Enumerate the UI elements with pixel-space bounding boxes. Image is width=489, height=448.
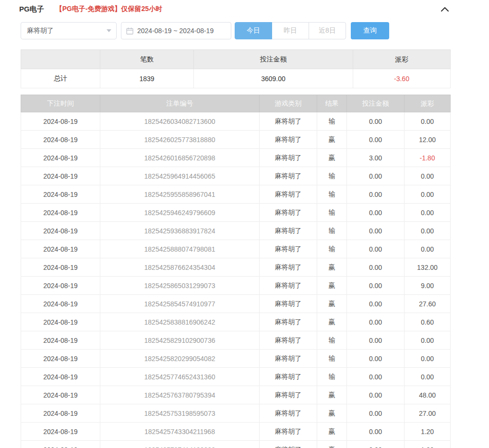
- cell-game-type: 麻将胡了: [260, 423, 317, 441]
- cell-bet-time: 2024-08-19: [21, 222, 100, 240]
- table-row: 2024-08-19 1825425964914456065 麻将胡了 输 0.…: [21, 167, 451, 185]
- cell-payout: 12.00: [405, 131, 451, 149]
- cell-bet-amount: 0.00: [347, 204, 405, 222]
- table-row: 2024-08-19 1825425936883917824 麻将胡了 输 0.…: [21, 222, 451, 240]
- summary-payout-value: -3.60: [353, 69, 451, 88]
- cell-bet-id: 1825425743304211968: [100, 423, 260, 441]
- cell-bet-time: 2024-08-19: [21, 368, 100, 386]
- quick-button-yesterday[interactable]: 昨日: [272, 22, 309, 39]
- table-row: 2024-08-19 1825425774652431360 麻将胡了 输 0.…: [21, 368, 451, 386]
- cell-bet-id: 1825425774652431360: [100, 368, 260, 386]
- cell-bet-amount: 0.00: [347, 423, 405, 441]
- cell-game-type: 麻将胡了: [260, 149, 317, 167]
- chevron-up-icon: [441, 6, 449, 12]
- cell-payout: 132.00: [405, 258, 451, 277]
- cell-bet-id: 1825425737414199298: [100, 441, 260, 448]
- cell-payout: 9.00: [405, 277, 451, 295]
- cell-game-type: 麻将胡了: [260, 240, 317, 258]
- cell-payout: 1.20: [405, 441, 451, 448]
- cell-bet-amount: 0.00: [347, 368, 405, 386]
- cell-result: 赢: [317, 313, 347, 331]
- cell-bet-amount: 0.00: [347, 441, 405, 448]
- panel-title: PG电子: [19, 5, 44, 14]
- date-range-value: 2024-08-19 ~ 2024-08-19: [137, 27, 214, 35]
- cell-bet-id: 1825426016856720898: [100, 149, 260, 167]
- cell-game-type: 麻将胡了: [260, 313, 317, 331]
- cell-bet-id: 1825425838816906242: [100, 313, 260, 331]
- cell-bet-amount: 0.00: [347, 185, 405, 204]
- summary-count-value: 1839: [100, 69, 194, 88]
- col-header-bet-amount: 投注金额: [347, 95, 405, 112]
- cell-bet-id: 1825425753198595073: [100, 404, 260, 423]
- search-button[interactable]: 查询: [351, 22, 389, 39]
- cell-game-type: 麻将胡了: [260, 350, 317, 368]
- cell-bet-amount: 0.00: [347, 350, 405, 368]
- cell-bet-time: 2024-08-19: [21, 295, 100, 313]
- col-header-bet-id: 注单编号: [100, 95, 260, 112]
- cell-payout: 0.60: [405, 313, 451, 331]
- cell-bet-id: 1825425936883917824: [100, 222, 260, 240]
- cell-bet-id: 1825425820299054082: [100, 350, 260, 368]
- cell-bet-time: 2024-08-19: [21, 423, 100, 441]
- cell-bet-amount: 0.00: [347, 131, 405, 149]
- cell-bet-time: 2024-08-19: [21, 386, 100, 404]
- records-tbody: 2024-08-19 1825426034082713600 麻将胡了 输 0.…: [21, 112, 451, 448]
- cell-game-type: 麻将胡了: [260, 277, 317, 295]
- cell-bet-id: 1825425876624354304: [100, 258, 260, 277]
- cell-result: 赢: [317, 404, 347, 423]
- cell-result: 赢: [317, 441, 347, 448]
- panel-header: PG电子 【PG电子-免费游戏】仅保留25小时: [21, 0, 450, 14]
- game-select-value: 麻将胡了: [27, 26, 107, 35]
- summary-total-label: 总计: [21, 69, 100, 88]
- col-header-payout: 派彩: [405, 95, 451, 112]
- cell-bet-time: 2024-08-19: [21, 441, 100, 448]
- cell-result: 赢: [317, 295, 347, 313]
- cell-game-type: 麻将胡了: [260, 204, 317, 222]
- collapse-chevron-up-icon[interactable]: [440, 5, 450, 13]
- cell-bet-time: 2024-08-19: [21, 149, 100, 167]
- cell-bet-time: 2024-08-19: [21, 350, 100, 368]
- cell-payout: 0.00: [405, 167, 451, 185]
- date-range-input[interactable]: 2024-08-19 ~ 2024-08-19: [121, 22, 231, 39]
- cell-bet-time: 2024-08-19: [21, 185, 100, 204]
- cell-game-type: 麻将胡了: [260, 331, 317, 350]
- cell-bet-amount: 0.00: [347, 112, 405, 131]
- records-header-row: 下注时间 注单编号 游戏类别 结果 投注金额 派彩: [21, 95, 451, 112]
- cell-bet-time: 2024-08-19: [21, 131, 100, 149]
- table-row: 2024-08-19 1825425763780795394 麻将胡了 赢 0.…: [21, 386, 451, 404]
- cell-result: 输: [317, 112, 347, 131]
- cell-result: 输: [317, 350, 347, 368]
- records-table: 下注时间 注单编号 游戏类别 结果 投注金额 派彩 2024-08-19 182…: [21, 95, 451, 448]
- table-row: 2024-08-19 1825426016856720898 麻将胡了 赢 3.…: [21, 149, 451, 167]
- cell-bet-id: 1825425865031299073: [100, 277, 260, 295]
- summary-header-payout: 派彩: [353, 50, 451, 69]
- table-row: 2024-08-19 1825425820299054082 麻将胡了 输 0.…: [21, 350, 451, 368]
- cell-game-type: 麻将胡了: [260, 222, 317, 240]
- summary-bet-amount-value: 3609.00: [194, 69, 353, 88]
- quick-date-button-group: 今日 昨日 近8日: [235, 22, 346, 39]
- cell-bet-time: 2024-08-19: [21, 331, 100, 350]
- cell-payout: 0.00: [405, 350, 451, 368]
- cell-payout: 27.00: [405, 404, 451, 423]
- cell-bet-id: 1825426025773818880: [100, 131, 260, 149]
- cell-bet-amount: 0.00: [347, 386, 405, 404]
- cell-bet-time: 2024-08-19: [21, 258, 100, 277]
- filter-bar: 麻将胡了 2024-08-19 ~ 2024-08-19 今日 昨日 近8日 查…: [21, 22, 450, 39]
- cell-result: 赢: [317, 423, 347, 441]
- quick-button-last-8-days[interactable]: 近8日: [309, 22, 346, 39]
- table-row: 2024-08-19 1825425946249796609 麻将胡了 输 0.…: [21, 204, 451, 222]
- cell-bet-amount: 0.00: [347, 167, 405, 185]
- summary-header-bet-amount: 投注金额: [194, 50, 353, 69]
- cell-game-type: 麻将胡了: [260, 295, 317, 313]
- summary-header-count: 笔数: [100, 50, 194, 69]
- pg-records-panel: PG电子 【PG电子-免费游戏】仅保留25小时 麻将胡了 2024-08-19 …: [21, 0, 450, 448]
- game-select[interactable]: 麻将胡了: [21, 22, 117, 39]
- cell-payout: 0.00: [405, 112, 451, 131]
- cell-bet-id: 1825425946249796609: [100, 204, 260, 222]
- cell-bet-id: 1825426034082713600: [100, 112, 260, 131]
- cell-game-type: 麻将胡了: [260, 386, 317, 404]
- quick-button-today[interactable]: 今日: [235, 22, 272, 39]
- cell-bet-amount: 0.00: [347, 240, 405, 258]
- table-row: 2024-08-19 1825425838816906242 麻将胡了 赢 0.…: [21, 313, 451, 331]
- cell-game-type: 麻将胡了: [260, 185, 317, 204]
